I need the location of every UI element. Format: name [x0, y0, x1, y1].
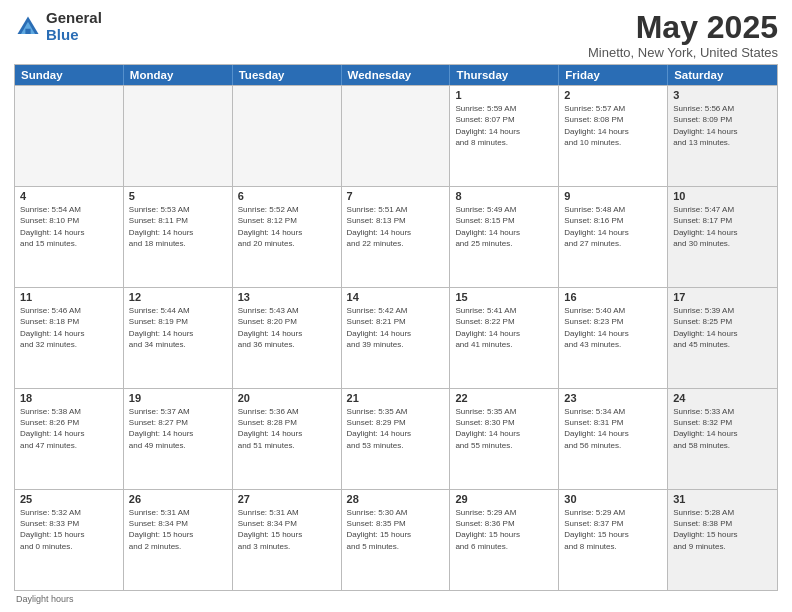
calendar-header-cell: Sunday: [15, 65, 124, 85]
day-info: Sunrise: 5:32 AM Sunset: 8:33 PM Dayligh…: [20, 507, 118, 552]
day-number: 1: [455, 89, 553, 101]
day-number: 12: [129, 291, 227, 303]
day-number: 25: [20, 493, 118, 505]
calendar-cell: [342, 86, 451, 186]
calendar-cell: 27Sunrise: 5:31 AM Sunset: 8:34 PM Dayli…: [233, 490, 342, 590]
calendar-body: 1Sunrise: 5:59 AM Sunset: 8:07 PM Daylig…: [15, 85, 777, 590]
day-number: 10: [673, 190, 772, 202]
day-number: 14: [347, 291, 445, 303]
calendar-cell: 23Sunrise: 5:34 AM Sunset: 8:31 PM Dayli…: [559, 389, 668, 489]
calendar-header: SundayMondayTuesdayWednesdayThursdayFrid…: [15, 65, 777, 85]
calendar-header-cell: Monday: [124, 65, 233, 85]
calendar-cell: 15Sunrise: 5:41 AM Sunset: 8:22 PM Dayli…: [450, 288, 559, 388]
logo-blue-text: Blue: [46, 27, 102, 44]
day-info: Sunrise: 5:42 AM Sunset: 8:21 PM Dayligh…: [347, 305, 445, 350]
day-info: Sunrise: 5:53 AM Sunset: 8:11 PM Dayligh…: [129, 204, 227, 249]
logo-text: General Blue: [46, 10, 102, 43]
day-info: Sunrise: 5:47 AM Sunset: 8:17 PM Dayligh…: [673, 204, 772, 249]
calendar-cell: 26Sunrise: 5:31 AM Sunset: 8:34 PM Dayli…: [124, 490, 233, 590]
calendar-cell: 18Sunrise: 5:38 AM Sunset: 8:26 PM Dayli…: [15, 389, 124, 489]
day-number: 19: [129, 392, 227, 404]
svg-rect-2: [25, 28, 30, 33]
calendar-cell: 5Sunrise: 5:53 AM Sunset: 8:11 PM Daylig…: [124, 187, 233, 287]
page: General Blue May 2025 Minetto, New York,…: [0, 0, 792, 612]
day-number: 21: [347, 392, 445, 404]
day-info: Sunrise: 5:39 AM Sunset: 8:25 PM Dayligh…: [673, 305, 772, 350]
calendar-cell: 19Sunrise: 5:37 AM Sunset: 8:27 PM Dayli…: [124, 389, 233, 489]
logo-general-text: General: [46, 10, 102, 27]
day-info: Sunrise: 5:29 AM Sunset: 8:37 PM Dayligh…: [564, 507, 662, 552]
day-number: 26: [129, 493, 227, 505]
calendar-cell: 7Sunrise: 5:51 AM Sunset: 8:13 PM Daylig…: [342, 187, 451, 287]
day-number: 31: [673, 493, 772, 505]
calendar-row: 18Sunrise: 5:38 AM Sunset: 8:26 PM Dayli…: [15, 388, 777, 489]
day-info: Sunrise: 5:31 AM Sunset: 8:34 PM Dayligh…: [238, 507, 336, 552]
calendar-cell: 10Sunrise: 5:47 AM Sunset: 8:17 PM Dayli…: [668, 187, 777, 287]
calendar-cell: 4Sunrise: 5:54 AM Sunset: 8:10 PM Daylig…: [15, 187, 124, 287]
calendar-row: 25Sunrise: 5:32 AM Sunset: 8:33 PM Dayli…: [15, 489, 777, 590]
calendar-cell: 3Sunrise: 5:56 AM Sunset: 8:09 PM Daylig…: [668, 86, 777, 186]
day-number: 17: [673, 291, 772, 303]
day-info: Sunrise: 5:57 AM Sunset: 8:08 PM Dayligh…: [564, 103, 662, 148]
day-info: Sunrise: 5:37 AM Sunset: 8:27 PM Dayligh…: [129, 406, 227, 451]
day-info: Sunrise: 5:54 AM Sunset: 8:10 PM Dayligh…: [20, 204, 118, 249]
calendar-cell: 20Sunrise: 5:36 AM Sunset: 8:28 PM Dayli…: [233, 389, 342, 489]
day-info: Sunrise: 5:34 AM Sunset: 8:31 PM Dayligh…: [564, 406, 662, 451]
day-info: Sunrise: 5:56 AM Sunset: 8:09 PM Dayligh…: [673, 103, 772, 148]
day-info: Sunrise: 5:36 AM Sunset: 8:28 PM Dayligh…: [238, 406, 336, 451]
day-number: 28: [347, 493, 445, 505]
day-info: Sunrise: 5:33 AM Sunset: 8:32 PM Dayligh…: [673, 406, 772, 451]
calendar-cell: 21Sunrise: 5:35 AM Sunset: 8:29 PM Dayli…: [342, 389, 451, 489]
title-block: May 2025 Minetto, New York, United State…: [588, 10, 778, 60]
calendar-cell: 31Sunrise: 5:28 AM Sunset: 8:38 PM Dayli…: [668, 490, 777, 590]
day-info: Sunrise: 5:35 AM Sunset: 8:30 PM Dayligh…: [455, 406, 553, 451]
calendar-cell: 25Sunrise: 5:32 AM Sunset: 8:33 PM Dayli…: [15, 490, 124, 590]
calendar-cell: 29Sunrise: 5:29 AM Sunset: 8:36 PM Dayli…: [450, 490, 559, 590]
day-number: 27: [238, 493, 336, 505]
day-number: 3: [673, 89, 772, 101]
calendar: SundayMondayTuesdayWednesdayThursdayFrid…: [14, 64, 778, 591]
calendar-cell: 2Sunrise: 5:57 AM Sunset: 8:08 PM Daylig…: [559, 86, 668, 186]
day-info: Sunrise: 5:29 AM Sunset: 8:36 PM Dayligh…: [455, 507, 553, 552]
day-info: Sunrise: 5:40 AM Sunset: 8:23 PM Dayligh…: [564, 305, 662, 350]
day-number: 4: [20, 190, 118, 202]
calendar-cell: [15, 86, 124, 186]
day-info: Sunrise: 5:51 AM Sunset: 8:13 PM Dayligh…: [347, 204, 445, 249]
logo-icon: [14, 13, 42, 41]
day-number: 16: [564, 291, 662, 303]
day-info: Sunrise: 5:44 AM Sunset: 8:19 PM Dayligh…: [129, 305, 227, 350]
subtitle: Minetto, New York, United States: [588, 45, 778, 60]
calendar-cell: 8Sunrise: 5:49 AM Sunset: 8:15 PM Daylig…: [450, 187, 559, 287]
calendar-cell: 30Sunrise: 5:29 AM Sunset: 8:37 PM Dayli…: [559, 490, 668, 590]
day-info: Sunrise: 5:41 AM Sunset: 8:22 PM Dayligh…: [455, 305, 553, 350]
calendar-header-cell: Tuesday: [233, 65, 342, 85]
day-number: 6: [238, 190, 336, 202]
calendar-cell: 13Sunrise: 5:43 AM Sunset: 8:20 PM Dayli…: [233, 288, 342, 388]
day-number: 2: [564, 89, 662, 101]
day-number: 22: [455, 392, 553, 404]
day-info: Sunrise: 5:46 AM Sunset: 8:18 PM Dayligh…: [20, 305, 118, 350]
day-info: Sunrise: 5:30 AM Sunset: 8:35 PM Dayligh…: [347, 507, 445, 552]
calendar-cell: 1Sunrise: 5:59 AM Sunset: 8:07 PM Daylig…: [450, 86, 559, 186]
day-number: 7: [347, 190, 445, 202]
calendar-row: 4Sunrise: 5:54 AM Sunset: 8:10 PM Daylig…: [15, 186, 777, 287]
calendar-cell: 24Sunrise: 5:33 AM Sunset: 8:32 PM Dayli…: [668, 389, 777, 489]
calendar-cell: 28Sunrise: 5:30 AM Sunset: 8:35 PM Dayli…: [342, 490, 451, 590]
calendar-cell: [233, 86, 342, 186]
calendar-cell: 12Sunrise: 5:44 AM Sunset: 8:19 PM Dayli…: [124, 288, 233, 388]
day-info: Sunrise: 5:28 AM Sunset: 8:38 PM Dayligh…: [673, 507, 772, 552]
header: General Blue May 2025 Minetto, New York,…: [14, 10, 778, 60]
day-number: 13: [238, 291, 336, 303]
calendar-cell: 22Sunrise: 5:35 AM Sunset: 8:30 PM Dayli…: [450, 389, 559, 489]
day-number: 18: [20, 392, 118, 404]
calendar-cell: 11Sunrise: 5:46 AM Sunset: 8:18 PM Dayli…: [15, 288, 124, 388]
calendar-cell: 6Sunrise: 5:52 AM Sunset: 8:12 PM Daylig…: [233, 187, 342, 287]
day-info: Sunrise: 5:43 AM Sunset: 8:20 PM Dayligh…: [238, 305, 336, 350]
day-number: 24: [673, 392, 772, 404]
day-info: Sunrise: 5:35 AM Sunset: 8:29 PM Dayligh…: [347, 406, 445, 451]
calendar-cell: 9Sunrise: 5:48 AM Sunset: 8:16 PM Daylig…: [559, 187, 668, 287]
day-number: 5: [129, 190, 227, 202]
day-number: 8: [455, 190, 553, 202]
calendar-header-cell: Friday: [559, 65, 668, 85]
calendar-cell: 14Sunrise: 5:42 AM Sunset: 8:21 PM Dayli…: [342, 288, 451, 388]
